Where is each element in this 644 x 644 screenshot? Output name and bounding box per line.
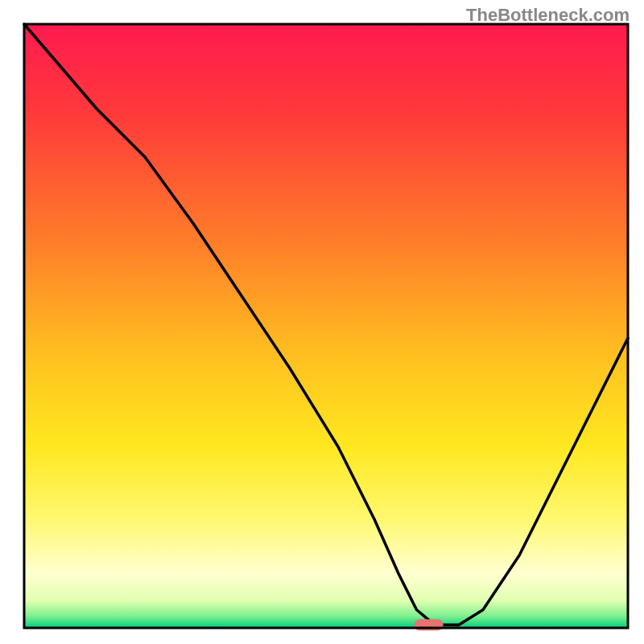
watermark-text: TheBottleneck.com [466,5,630,26]
chart-container: TheBottleneck.com [0,0,644,644]
plot-background [24,24,628,628]
bottleneck-chart [0,0,644,644]
